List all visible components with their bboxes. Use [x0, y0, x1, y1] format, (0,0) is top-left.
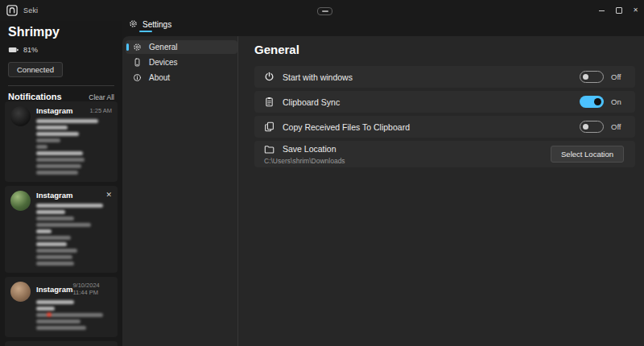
notification-body: Instagram✕: [36, 191, 112, 268]
notification-card[interactable]: Instagram1:25 AM: [5, 101, 118, 182]
sidebar-item-devices[interactable]: Devices: [126, 56, 237, 69]
nav-item-label: General: [149, 43, 178, 51]
info-icon: [133, 73, 142, 83]
sidebar-divider: [8, 85, 114, 86]
notification-avatar: [10, 191, 31, 211]
redacted-text-line: [36, 164, 81, 168]
battery-status: 81%: [8, 44, 114, 56]
drag-region-pill: [317, 7, 332, 15]
notification-card[interactable]: Instagram9/10/2024 11:44 PM: [5, 277, 118, 337]
notification-card[interactable]: Instagram✕: [5, 186, 118, 273]
redacted-text-line: [36, 326, 86, 330]
setting-row-copy-received-files-to-clipboard: Copy Received Files To ClipboardOff: [254, 116, 635, 138]
app-window: Seki ✕ Shrimpy 81% Connected Notificatio…: [0, 0, 644, 346]
power-icon: [264, 72, 275, 82]
notifications-title: Notifications: [8, 92, 62, 101]
window-controls: ✕: [593, 0, 644, 21]
setting-label: Copy Received Files To Clipboard: [283, 122, 580, 132]
redacted-text-line: [36, 138, 60, 142]
folder-icon: [264, 144, 275, 154]
tab-settings-label: Settings: [142, 20, 171, 29]
titlebar: Seki ✕: [0, 0, 644, 21]
notification-header: Instagram✕: [36, 191, 112, 200]
redacted-text-line: [36, 236, 71, 240]
redacted-text-line: [36, 210, 65, 214]
toggle-start-with-windows[interactable]: [580, 71, 604, 83]
toggle-copy-received-files-to-clipboard[interactable]: [580, 121, 604, 133]
close-notification-icon[interactable]: ✕: [105, 192, 112, 199]
app-logo-icon: [6, 5, 18, 16]
notifications-header: Notifications Clear All: [8, 92, 114, 101]
setting-label-row: Save Location: [264, 144, 551, 154]
redacted-text-line: [36, 171, 78, 175]
notification-avatar: [10, 106, 31, 126]
clear-all-button[interactable]: Clear All: [89, 93, 114, 101]
device-name: Shrimpy: [8, 25, 114, 39]
tab-strip: Settings: [122, 21, 644, 36]
toggle-state-label: Off: [611, 122, 624, 131]
tab-settings[interactable]: Settings: [129, 19, 171, 29]
redacted-text-line: [36, 319, 80, 323]
titlebar-left: Seki: [0, 5, 38, 16]
notification-header: Instagram9/10/2024 11:44 PM: [36, 282, 112, 296]
battery-icon: [8, 44, 19, 56]
copy-icon: [264, 122, 275, 132]
device-sidebar: Shrimpy 81% Connected Notifications Clea…: [0, 21, 122, 346]
main-region: Settings GeneralDevicesAbout General Sta…: [122, 21, 644, 346]
setting-left-column: Save LocationC:\Users\shrim\Downloads: [264, 144, 551, 165]
page-title: General: [254, 43, 635, 56]
minimize-button[interactable]: [593, 0, 610, 21]
redacted-text-line: [36, 119, 98, 123]
clipboard-icon: [264, 97, 275, 107]
sidebar-item-about[interactable]: About: [126, 71, 237, 84]
redacted-text-line: [36, 223, 91, 227]
notification-body: Instagram1:25 AM: [36, 106, 112, 177]
settings-nav: GeneralDevicesAbout: [122, 36, 237, 346]
close-icon: ✕: [633, 7, 638, 14]
redacted-text-line: [36, 262, 74, 266]
notification-card[interactable]: Instagram9/10/2024 11:10 PM: [5, 341, 118, 346]
select-location-button[interactable]: Select Location: [551, 146, 624, 163]
notification-timestamp: 9/10/2024 11:44 PM: [72, 282, 112, 296]
redacted-text-line: [36, 216, 74, 220]
emoji-blob: [47, 312, 52, 317]
maximize-button[interactable]: [610, 0, 627, 21]
save-location-path: C:\Users\shrim\Downloads: [264, 157, 551, 165]
app-title: Seki: [23, 6, 38, 14]
setting-row-start-with-windows: Start with windowsOff: [254, 66, 635, 88]
nav-item-label: About: [149, 73, 170, 82]
toggle-state-label: Off: [611, 72, 624, 81]
maximize-icon: [616, 7, 622, 14]
gear-icon: [129, 19, 138, 29]
redacted-text-line: [36, 204, 103, 208]
notification-header: Instagram1:25 AM: [36, 106, 112, 115]
minimize-icon: [599, 10, 605, 11]
settings-content: General Start with windowsOffClipboard S…: [238, 36, 644, 346]
redacted-text-line: [36, 249, 77, 253]
toggle-knob: [583, 74, 588, 80]
notification-app-name: Instagram: [36, 106, 72, 115]
settings-rows: Start with windowsOffClipboard SyncOnCop…: [254, 66, 635, 167]
setting-row-save-location: Save LocationC:\Users\shrim\DownloadsSel…: [254, 141, 635, 167]
notification-app-name: Instagram: [36, 191, 72, 200]
redacted-text-line: [36, 255, 72, 259]
active-tab-indicator: [139, 31, 152, 32]
gear-icon: [133, 43, 142, 52]
sidebar-item-general[interactable]: General: [126, 40, 237, 54]
notification-app-name: Instagram: [36, 285, 72, 294]
redacted-text-line: [36, 145, 47, 149]
setting-row-clipboard-sync: Clipboard SyncOn: [254, 91, 635, 113]
toggle-clipboard-sync[interactable]: [580, 96, 604, 108]
nav-item-label: Devices: [149, 58, 178, 67]
redacted-text-line: [36, 126, 68, 130]
toggle-knob: [594, 98, 601, 105]
redacted-text-line: [36, 151, 83, 155]
connection-status-badge[interactable]: Connected: [8, 62, 63, 77]
redacted-text-line: [36, 158, 85, 162]
close-button[interactable]: ✕: [627, 0, 644, 21]
redacted-text-line: [36, 313, 103, 317]
setting-label: Save Location: [283, 144, 551, 154]
notification-timestamp: 1:25 AM: [89, 107, 112, 114]
notification-body: Instagram9/10/2024 11:44 PM: [36, 282, 112, 332]
phone-icon: [133, 58, 142, 68]
